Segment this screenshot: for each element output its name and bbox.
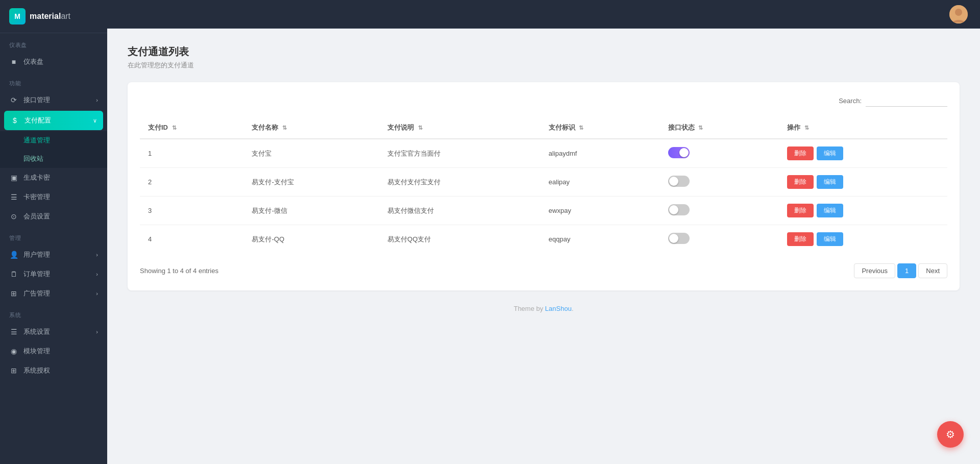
sidebar-item-system-settings[interactable]: ☰ 系统设置 › xyxy=(0,322,107,341)
logo-text: materialart xyxy=(30,12,70,21)
pagination-area: Showing 1 to 4 of 4 entries Previous 1 N… xyxy=(140,263,947,278)
next-button[interactable]: Next xyxy=(918,263,947,278)
sidebar-item-module-management[interactable]: ◉ 模块管理 xyxy=(0,341,107,361)
chevron-right-icon5: › xyxy=(96,329,98,335)
edit-button[interactable]: 编辑 xyxy=(817,204,843,217)
chevron-right-icon4: › xyxy=(96,290,98,297)
edit-button[interactable]: 编辑 xyxy=(817,175,843,189)
cell-id: 2 xyxy=(140,168,243,197)
cell-id: 3 xyxy=(140,197,243,225)
sidebar-sub-recycle-bin[interactable]: 回收站 xyxy=(0,150,107,168)
logo-icon: M xyxy=(9,8,26,25)
sidebar-item-order-management[interactable]: 🗒 订单管理 › xyxy=(0,264,107,284)
payment-icon: $ xyxy=(10,116,19,125)
generate-card-icon: ▣ xyxy=(9,174,18,182)
cell-id: 4 xyxy=(140,225,243,254)
cell-desc: 易支付微信支付 xyxy=(379,197,541,225)
ad-icon: ⊞ xyxy=(9,289,18,298)
col-id: 支付ID ⇅ xyxy=(140,117,243,139)
sort-icon-desc: ⇅ xyxy=(418,125,423,131)
chevron-right-icon3: › xyxy=(96,271,98,277)
sidebar-sub-channel-management[interactable]: 通道管理 xyxy=(0,131,107,150)
status-toggle[interactable] xyxy=(668,204,690,215)
table-row: 2易支付-支付宝易支付支付宝支付ealipay删除编辑 xyxy=(140,168,947,197)
sort-icon-status: ⇅ xyxy=(698,125,703,131)
cell-status xyxy=(660,139,779,168)
svg-point-1 xyxy=(955,9,962,16)
page-content: 支付通道列表 在此管理您的支付通道 Search: 支付ID ⇅ xyxy=(107,29,980,464)
page-subtitle: 在此管理您的支付通道 xyxy=(128,61,960,70)
cell-actions: 删除编辑 xyxy=(779,225,947,254)
col-actions: 操作 ⇅ xyxy=(779,117,947,139)
cell-identifier: eqqpay xyxy=(541,225,660,254)
delete-button[interactable]: 删除 xyxy=(787,146,814,160)
sidebar-item-user-management[interactable]: 👤 用户管理 › xyxy=(0,245,107,264)
cell-desc: 易支付支付宝支付 xyxy=(379,168,541,197)
card-management-icon: ☰ xyxy=(9,193,18,201)
col-identifier: 支付标识 ⇅ xyxy=(541,117,660,139)
col-status: 接口状态 ⇅ xyxy=(660,117,779,139)
cell-id: 1 xyxy=(140,139,243,168)
col-name: 支付名称 ⇅ xyxy=(243,117,379,139)
fab-button[interactable]: ⚙ xyxy=(937,421,964,448)
fab-icon: ⚙ xyxy=(946,428,955,441)
cell-status xyxy=(660,225,779,254)
module-icon: ◉ xyxy=(9,347,18,355)
page-1-button[interactable]: 1 xyxy=(897,263,916,278)
delete-button[interactable]: 删除 xyxy=(787,204,814,217)
page-header: 支付通道列表 在此管理您的支付通道 xyxy=(128,45,960,70)
sidebar: M materialart 仪表盘 ■ 仪表盘 功能 ⟳ 接口管理 › $ 支付… xyxy=(0,0,107,464)
sidebar-item-system-auth[interactable]: ⊞ 系统授权 xyxy=(0,361,107,380)
delete-button[interactable]: 删除 xyxy=(787,232,814,246)
payment-table: 支付ID ⇅ 支付名称 ⇅ 支付说明 ⇅ 支付标识 xyxy=(140,117,947,253)
search-input[interactable] xyxy=(866,94,947,107)
chevron-right-icon2: › xyxy=(96,252,98,258)
section-label-features: 功能 xyxy=(0,71,107,90)
search-label: Search: xyxy=(839,97,862,105)
sort-icon-name: ⇅ xyxy=(282,125,287,131)
table-row: 4易支付-QQ易支付QQ支付eqqpay删除编辑 xyxy=(140,225,947,254)
sort-icon-id: ⇅ xyxy=(172,125,177,131)
cell-actions: 删除编辑 xyxy=(779,139,947,168)
entries-info: Showing 1 to 4 of 4 entries xyxy=(140,267,218,275)
status-toggle[interactable] xyxy=(668,176,690,187)
main-content: 支付通道列表 在此管理您的支付通道 Search: 支付ID ⇅ xyxy=(107,0,980,464)
sidebar-item-card-management[interactable]: ☰ 卡密管理 xyxy=(0,187,107,207)
chevron-down-icon: ∨ xyxy=(93,117,97,124)
cell-name: 易支付-支付宝 xyxy=(243,168,379,197)
sidebar-item-api-management[interactable]: ⟳ 接口管理 › xyxy=(0,90,107,110)
sidebar-item-dashboard[interactable]: ■ 仪表盘 xyxy=(0,52,107,71)
cell-name: 支付宝 xyxy=(243,139,379,168)
sort-icon-actions: ⇅ xyxy=(804,125,809,131)
table-row: 3易支付-微信易支付微信支付ewxpay删除编辑 xyxy=(140,197,947,225)
auth-icon: ⊞ xyxy=(9,367,18,375)
footer-link[interactable]: LanShou xyxy=(545,305,572,312)
sidebar-item-ad-management[interactable]: ⊞ 广告管理 › xyxy=(0,284,107,303)
status-toggle[interactable] xyxy=(668,233,690,244)
sidebar-item-member-settings[interactable]: ⊙ 会员设置 xyxy=(0,207,107,226)
footer: Theme by LanShou. xyxy=(128,290,960,327)
page-title: 支付通道列表 xyxy=(128,45,960,59)
section-label-system: 系统 xyxy=(0,303,107,322)
section-label-management: 管理 xyxy=(0,226,107,245)
sidebar-item-generate-card[interactable]: ▣ 生成卡密 xyxy=(0,168,107,187)
user-avatar[interactable] xyxy=(949,5,968,23)
main-card: Search: 支付ID ⇅ 支付名称 ⇅ xyxy=(128,82,960,290)
delete-button[interactable]: 删除 xyxy=(787,175,814,189)
cell-identifier: alipaydmf xyxy=(541,139,660,168)
cell-desc: 易支付QQ支付 xyxy=(379,225,541,254)
pagination: Previous 1 Next xyxy=(854,263,947,278)
chevron-right-icon: › xyxy=(96,97,98,103)
sidebar-item-payment-config[interactable]: $ 支付配置 ∨ xyxy=(4,111,103,130)
cell-identifier: ewxpay xyxy=(541,197,660,225)
user-icon: 👤 xyxy=(9,251,18,259)
col-desc: 支付说明 ⇅ xyxy=(379,117,541,139)
topbar xyxy=(107,0,980,29)
edit-button[interactable]: 编辑 xyxy=(817,232,843,246)
prev-button[interactable]: Previous xyxy=(854,263,895,278)
dashboard-icon: ■ xyxy=(9,58,18,66)
sidebar-logo: M materialart xyxy=(0,0,107,33)
status-toggle[interactable] xyxy=(668,147,690,158)
card-toolbar: Search: xyxy=(140,94,947,107)
edit-button[interactable]: 编辑 xyxy=(817,146,843,160)
